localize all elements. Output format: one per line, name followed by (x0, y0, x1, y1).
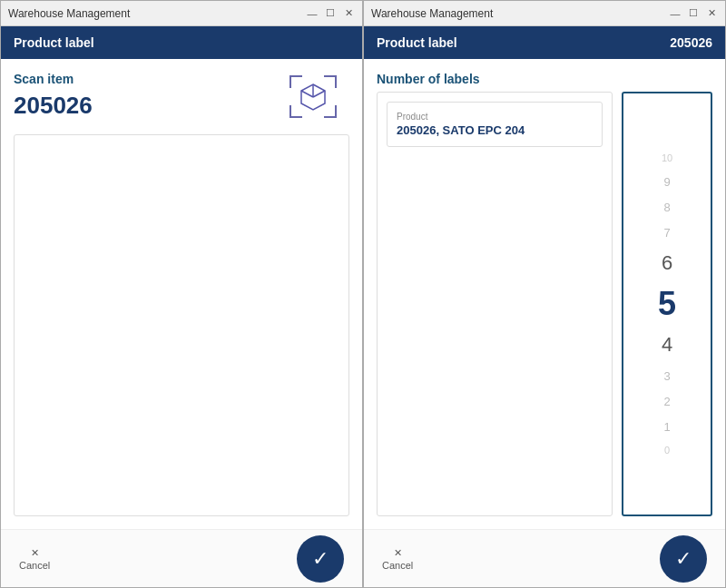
close-btn-1[interactable]: ✕ (342, 7, 355, 20)
product-card: Product 205026, SATO EPC 204 (387, 102, 603, 147)
window2-title: Warehouse Management (371, 7, 493, 20)
header-value-2: 205026 (670, 35, 712, 50)
picker-item-1[interactable]: 1 (623, 414, 711, 439)
right-panels: Product 205026, SATO EPC 204 10 9 8 7 6 … (377, 92, 712, 516)
content-area-1: Scan item 205026 (1, 59, 362, 529)
title-controls-1: — ☐ ✕ (306, 7, 355, 20)
picker-item-2[interactable]: 2 (623, 388, 711, 414)
confirm-icon-1: ✓ (312, 547, 329, 571)
header-bar-1: Product label (1, 26, 362, 59)
product-card-value: 205026, SATO EPC 204 (397, 123, 593, 137)
cancel-x-icon: ✕ (31, 548, 39, 558)
scan-top-row: Scan item 205026 (14, 72, 349, 131)
picker-item-5-selected[interactable]: 5 (623, 281, 711, 327)
cancel-button-2[interactable]: ✕ Cancel (382, 546, 413, 571)
picker-item-10[interactable]: 10 (623, 147, 711, 169)
scan-list-panel (14, 134, 349, 516)
svg-line-3 (313, 91, 325, 97)
footer-bar-1: ✕ Cancel ✓ (1, 529, 362, 587)
window1-title: Warehouse Management (8, 7, 130, 20)
footer-bar-2: ✕ Cancel ✓ (364, 529, 725, 587)
header-label-2: Product label (377, 35, 457, 50)
picker-list: 10 9 8 7 6 5 4 3 2 1 0 (623, 140, 711, 468)
minimize-btn-1[interactable]: — (306, 7, 319, 20)
header-bar-2: Product label 205026 (364, 26, 725, 59)
header-label-1: Product label (14, 35, 94, 50)
cancel-label-1: Cancel (19, 560, 50, 571)
number-picker[interactable]: 10 9 8 7 6 5 4 3 2 1 0 (622, 92, 712, 516)
picker-item-8[interactable]: 8 (623, 194, 711, 220)
restore-btn-1[interactable]: ☐ (324, 7, 337, 20)
confirm-icon-2: ✓ (675, 547, 692, 571)
restore-btn-2[interactable]: ☐ (687, 7, 700, 20)
confirm-button-2[interactable]: ✓ (660, 535, 707, 583)
content-area-2: Number of labels Product 205026, SATO EP… (364, 59, 725, 529)
picker-item-9[interactable]: 9 (623, 169, 711, 194)
product-card-label: Product (397, 112, 593, 122)
picker-item-3[interactable]: 3 (623, 363, 711, 388)
minimize-btn-2[interactable]: — (669, 7, 682, 20)
picker-item-0[interactable]: 0 (623, 439, 711, 461)
number-labels-label: Number of labels (377, 72, 712, 86)
labels-window: Warehouse Management — ☐ ✕ Product label… (363, 0, 726, 588)
title-controls-2: — ☐ ✕ (669, 7, 718, 20)
picker-item-4[interactable]: 4 (623, 327, 711, 363)
scan-frame-icon (286, 72, 340, 122)
svg-line-2 (301, 91, 313, 97)
cancel-x-icon-2: ✕ (394, 548, 402, 558)
confirm-button-1[interactable]: ✓ (297, 535, 344, 583)
picker-item-6[interactable]: 6 (623, 245, 711, 281)
cancel-button-1[interactable]: ✕ Cancel (19, 546, 50, 571)
cancel-label-2: Cancel (382, 560, 413, 571)
picker-item-7[interactable]: 7 (623, 220, 711, 245)
title-bar-2: Warehouse Management — ☐ ✕ (364, 1, 725, 26)
title-bar-1: Warehouse Management — ☐ ✕ (1, 1, 362, 26)
product-panel: Product 205026, SATO EPC 204 (377, 92, 613, 516)
close-btn-2[interactable]: ✕ (705, 7, 718, 20)
scan-window: Warehouse Management — ☐ ✕ Product label… (0, 0, 363, 588)
scan-top-area: Scan item 205026 (14, 72, 349, 134)
